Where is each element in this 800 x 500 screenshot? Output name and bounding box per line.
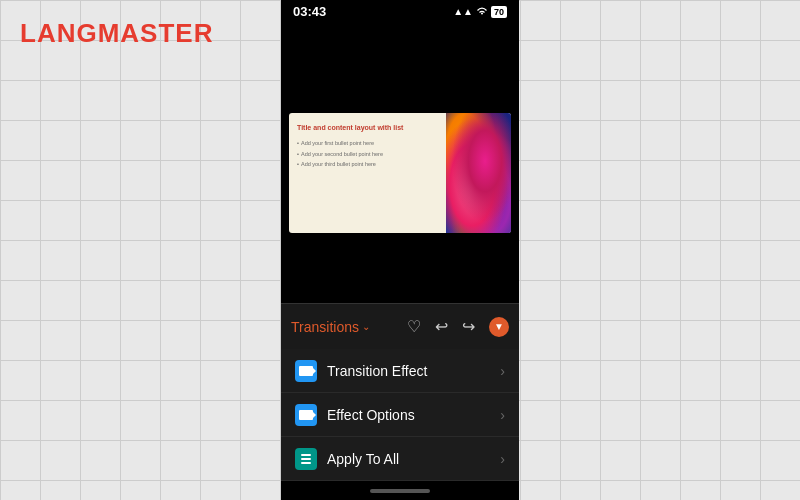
slide-bullet-3: Add your third bullet point here (297, 161, 438, 169)
toolbar-label-text: Transitions (291, 319, 359, 335)
battery-icon: 70 (491, 6, 507, 18)
wifi-icon (476, 6, 488, 18)
undo-icon[interactable]: ↩ (435, 317, 448, 336)
apply-to-all-chevron-icon: › (500, 451, 505, 467)
down-arrow-icon[interactable]: ▼ (489, 317, 509, 337)
transition-effect-chevron-icon: › (500, 363, 505, 379)
slide-top-space (281, 23, 519, 113)
effect-options-icon-box (295, 404, 317, 426)
slide-title: Title and content layout with list (297, 123, 438, 132)
dot-3 (301, 462, 311, 464)
status-time: 03:43 (293, 4, 326, 19)
redo-icon[interactable]: ↪ (462, 317, 475, 336)
toolbar-label-chevron-icon: ⌄ (362, 321, 370, 332)
transition-effect-label: Transition Effect (327, 363, 427, 379)
slide-text-area: Title and content layout with list Add y… (289, 113, 446, 233)
menu-item-left-apply: Apply To All (295, 448, 399, 470)
slide-preview[interactable]: Title and content layout with list Add y… (289, 113, 511, 233)
home-indicator[interactable] (370, 489, 430, 493)
transition-effect-icon (299, 366, 313, 376)
apply-to-all-icon-box (295, 448, 317, 470)
menu-item-left-options: Effect Options (295, 404, 415, 426)
heart-icon[interactable]: ♡ (407, 317, 421, 336)
effect-options-icon (299, 410, 313, 420)
slide-bottom-space (281, 233, 519, 303)
toolbar-transitions-label[interactable]: Transitions ⌄ (291, 319, 370, 335)
dot-2 (301, 458, 311, 460)
effect-options-chevron-icon: › (500, 407, 505, 423)
signal-icon: ▲▲ (453, 6, 473, 17)
toolbar: Transitions ⌄ ♡ ↩ ↪ ▼ (281, 303, 519, 349)
bottom-bar (281, 481, 519, 500)
phone-frame: 03:43 ▲▲ 70 Title and content layout wit… (281, 0, 519, 500)
status-icons: ▲▲ 70 (453, 6, 507, 18)
slide-bullet-1: Add your first bullet point here (297, 140, 438, 148)
slide-bullet-2: Add your second bullet point here (297, 151, 438, 159)
flower-illustration (446, 113, 511, 233)
slide-image (446, 113, 511, 233)
menu-item-transition-effect[interactable]: Transition Effect › (281, 349, 519, 393)
menu-item-effect-options[interactable]: Effect Options › (281, 393, 519, 437)
menu-item-left-transition: Transition Effect (295, 360, 427, 382)
effect-options-label: Effect Options (327, 407, 415, 423)
apply-to-all-label: Apply To All (327, 451, 399, 467)
dot-1 (301, 454, 311, 456)
app-logo: LANGMASTER (20, 18, 213, 49)
menu-list: Transition Effect › Effect Options › (281, 349, 519, 481)
menu-item-apply-to-all[interactable]: Apply To All › (281, 437, 519, 481)
toolbar-icons-group: ♡ ↩ ↪ ▼ (407, 317, 509, 337)
apply-to-all-icon (301, 454, 311, 464)
status-bar: 03:43 ▲▲ 70 (281, 0, 519, 23)
transition-effect-icon-box (295, 360, 317, 382)
